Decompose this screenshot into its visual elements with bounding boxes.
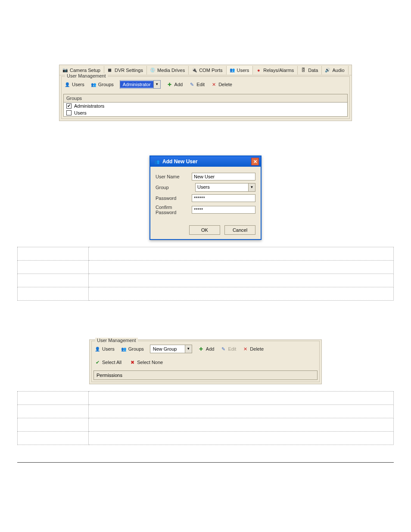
username-label: User Name	[156, 174, 192, 179]
desc-key: Password	[18, 274, 89, 287]
checkbox-unchecked[interactable]	[66, 110, 72, 115]
user-icon	[94, 346, 100, 352]
uncheck-icon	[129, 359, 135, 365]
desc-value: Click to deny all the permissions listed…	[89, 432, 394, 445]
users-icon	[154, 159, 160, 165]
users-icon	[229, 67, 235, 73]
user-management-screenshot: Camera Setup DVR Settings Media Drives C…	[59, 65, 352, 121]
list-item-label: Users	[74, 110, 87, 115]
desc-value: Enter a user name.	[89, 247, 394, 261]
checkbox-checked[interactable]: ✔	[66, 103, 72, 109]
button-label: Groups	[128, 346, 144, 352]
user-select-combo[interactable]: Administrator ▼	[120, 80, 161, 89]
chevron-down-icon: ▼	[248, 184, 255, 191]
tab-label: Media Drives	[157, 68, 185, 73]
button-label: Edit	[196, 82, 205, 87]
edit-button-disabled: Edit	[220, 346, 236, 352]
groups-list: Groups ✔ Administrators Users	[63, 94, 348, 117]
add-button[interactable]: Add	[167, 81, 183, 87]
permissions-header: Permissions	[93, 370, 318, 380]
tab-label: Camera Setup	[70, 68, 100, 73]
desc-value: Type the name of the new group.	[89, 392, 394, 405]
cancel-button[interactable]: Cancel	[224, 225, 255, 235]
tab-com-ports[interactable]: COM Ports	[189, 66, 226, 75]
groups-toggle-button[interactable]: Groups	[90, 81, 114, 87]
list-item[interactable]: ✔ Administrators	[64, 103, 347, 109]
tab-label: Users	[237, 68, 249, 73]
desc-key: Group	[18, 261, 89, 274]
users-icon	[121, 346, 127, 352]
desc-key: Permissions	[18, 405, 89, 418]
add-button[interactable]: Add	[198, 346, 215, 352]
edit-button[interactable]: Edit	[189, 81, 205, 87]
users-toggle-button[interactable]: Users	[94, 346, 115, 352]
user-icon	[64, 81, 70, 87]
group-select[interactable]: Users ▼	[195, 183, 255, 192]
user-management-fieldset: User Management Users Groups Administrat…	[61, 76, 350, 119]
username-field[interactable]	[192, 173, 255, 180]
group-management-screenshot: User Management Users Groups New Group ▼…	[89, 339, 322, 384]
delete-button[interactable]: Delete	[211, 81, 232, 87]
data-icon	[300, 67, 306, 73]
add-user-field-descriptions: User NameEnter a user name. GroupSelect …	[17, 247, 394, 301]
button-label: Select None	[137, 360, 163, 365]
group-management-toolbar: Users Groups New Group ▼ Add Edit Delete	[93, 343, 318, 355]
edit-icon	[189, 81, 195, 87]
tab-data[interactable]: Data	[298, 66, 322, 75]
combo-selected-text: Administrator	[120, 81, 153, 88]
chevron-down-icon: ▼	[153, 81, 160, 88]
user-management-toolbar: Users Groups Administrator ▼ Add Edit De…	[63, 78, 348, 90]
camera-icon	[62, 67, 68, 73]
button-label: Users	[102, 346, 115, 352]
desc-key: Groups Name	[18, 392, 89, 405]
plus-icon	[167, 81, 173, 87]
tab-label: Audio	[332, 68, 344, 73]
close-button[interactable]: ✕	[251, 158, 259, 165]
plus-icon	[198, 346, 204, 352]
tab-users[interactable]: Users	[227, 66, 253, 75]
port-icon	[191, 67, 197, 73]
confirm-password-label: Confirm Password	[156, 205, 192, 215]
group-select-combo[interactable]: New Group ▼	[150, 345, 192, 353]
confirm-password-field[interactable]	[192, 206, 255, 214]
desc-value: Enter a password for the user.	[89, 274, 394, 287]
tab-label: Relays/Alarms	[263, 68, 294, 73]
group-label: Group	[156, 185, 195, 190]
select-none-button[interactable]: Select None	[129, 359, 163, 365]
button-label: Delete	[218, 82, 232, 87]
combo-selected-text: Users	[196, 184, 248, 191]
user-management-fieldset: User Management Users Groups New Group ▼…	[91, 341, 320, 382]
desc-value: Select the permissions for the group.	[89, 405, 394, 418]
button-label: Users	[72, 82, 84, 87]
tab-dvr-settings[interactable]: DVR Settings	[104, 66, 147, 75]
tab-label: Data	[308, 68, 318, 73]
list-item[interactable]: Users	[64, 109, 347, 116]
ok-button[interactable]: OK	[189, 225, 220, 235]
groups-toggle-button[interactable]: Groups	[121, 346, 144, 352]
check-icon	[94, 359, 100, 365]
users-toggle-button[interactable]: Users	[64, 81, 84, 87]
select-all-button[interactable]: Select All	[94, 359, 121, 365]
disk-icon	[149, 67, 156, 73]
password-field[interactable]	[192, 194, 255, 202]
password-label: Password	[156, 196, 192, 201]
list-header: Groups	[64, 94, 347, 103]
chevron-down-icon: ▼	[185, 345, 192, 353]
desc-value: Reenter the password.	[89, 287, 394, 301]
audio-icon	[324, 67, 330, 73]
button-label: Select All	[102, 360, 121, 365]
delete-button[interactable]: Delete	[242, 346, 264, 352]
dialog-body: User Name Group Users ▼ Password Confirm…	[150, 167, 261, 222]
dialog-title: Add New User	[162, 159, 197, 165]
button-label: Add	[206, 346, 215, 352]
button-label: Edit	[228, 346, 236, 352]
tab-media-drives[interactable]: Media Drives	[147, 66, 189, 75]
desc-value: Select a group from the drop-down menu. …	[89, 261, 394, 274]
tab-audio[interactable]: Audio	[322, 66, 348, 75]
button-label: Delete	[250, 346, 264, 352]
group-field-descriptions: Groups NameType the name of the new grou…	[17, 391, 394, 445]
delete-icon	[242, 346, 248, 352]
list-item-label: Administrators	[74, 103, 104, 109]
delete-icon	[211, 81, 217, 87]
tab-relays-alarms[interactable]: Relays/Alarms	[253, 66, 298, 75]
